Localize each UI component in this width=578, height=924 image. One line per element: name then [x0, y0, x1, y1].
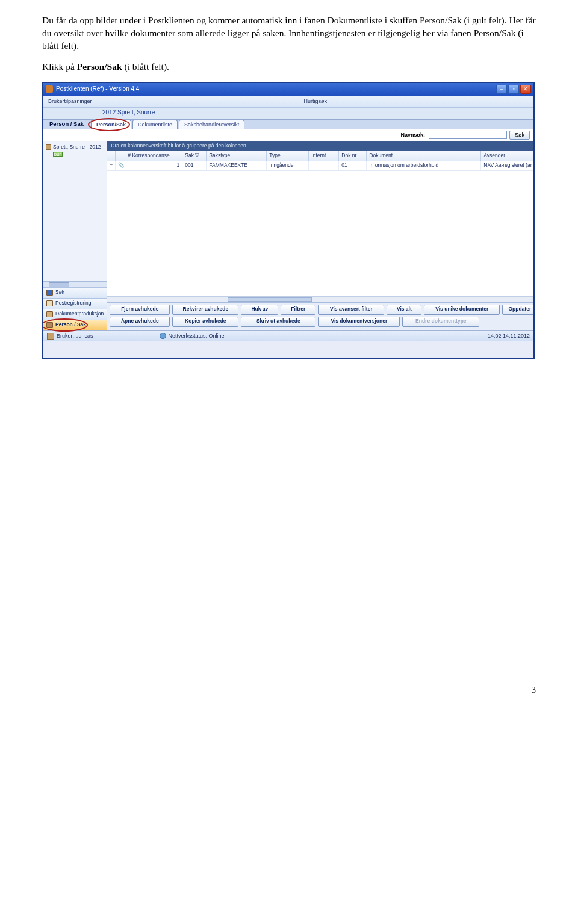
- cell-korrespondanse: 1: [125, 161, 182, 170]
- document-icon: [46, 311, 53, 317]
- case-tree[interactable]: Sprett, Snurre - 2012 DUF: [43, 141, 107, 281]
- brukertilpasninger-menu[interactable]: Brukertilpasninger: [48, 98, 92, 105]
- status-user: Bruker: udi-cas: [57, 332, 93, 340]
- action-button-panel: Fjern avhukede Rekvirer avhukede Huk av …: [107, 302, 535, 330]
- group-hint-bar[interactable]: Dra en kolonneoverskrift hit for å grupp…: [107, 141, 535, 151]
- minimize-button[interactable]: –: [496, 85, 507, 94]
- tab-saksbehandleroversikt-label: Saksbehandleroversikt: [184, 121, 239, 128]
- col-expand[interactable]: [107, 151, 116, 161]
- cell-sak: 001: [182, 161, 207, 170]
- grid-empty-area: [107, 171, 535, 296]
- col-dokument[interactable]: Dokument: [367, 151, 481, 161]
- sok-button[interactable]: Søk: [509, 131, 530, 140]
- close-button[interactable]: ✕: [520, 85, 531, 94]
- tree-tag-node[interactable]: DUF: [53, 152, 104, 157]
- section-tabs-bar: Person / Sak Person/Sak Dokumentliste Sa…: [43, 120, 533, 129]
- para2-tail: (i blått felt).: [122, 61, 169, 72]
- accordion-doc-label: Dokumentproduksjon: [55, 311, 104, 317]
- col-type[interactable]: Type: [267, 151, 309, 161]
- rekvirer-avhukede-button[interactable]: Rekvirer avhukede: [172, 305, 238, 315]
- header-strip: 2012 Sprett, Snurre: [43, 108, 533, 120]
- attachment-icon: 📎: [116, 161, 125, 170]
- apne-avhukede-button[interactable]: Åpne avhukede: [110, 317, 170, 327]
- window-titlebar: Postklienten (Ref) - Version 4.4 – ▫ ✕: [43, 83, 533, 96]
- search-icon: [46, 290, 53, 296]
- cell-internt: [309, 161, 339, 170]
- cell-sakstype: FAMMAKEEKTE: [207, 161, 267, 170]
- tab-dokumentliste-label: Dokumentliste: [138, 121, 172, 128]
- status-network: Nettverksstatus: Online: [160, 332, 225, 340]
- status-network-text: Nettverksstatus: Online: [169, 332, 225, 340]
- accordion-dokumentproduksjon[interactable]: Dokumentproduksjon: [43, 309, 107, 320]
- tree-root-node[interactable]: Sprett, Snurre - 2012: [46, 144, 104, 150]
- col-internt[interactable]: Internt: [309, 151, 339, 161]
- col-avsender[interactable]: Avsender: [481, 151, 532, 161]
- tree-scrollbar[interactable]: [43, 281, 107, 287]
- kopier-avhukede-button[interactable]: Kopier avhukede: [172, 317, 238, 327]
- vis-dokumentversjoner-button[interactable]: Vis dokumentversjoner: [318, 317, 400, 327]
- tab-saksbehandleroversikt[interactable]: Saksbehandleroversikt: [179, 120, 244, 129]
- search-bar: Navnsøk: Søk: [43, 129, 533, 141]
- top-toolbar: Brukertilpasninger Hurtigsøk: [43, 96, 533, 108]
- cell-avsender: NAV Aa-registeret (arbeidsgi: [481, 161, 532, 170]
- col-sakstype[interactable]: Sakstype: [207, 151, 267, 161]
- skriv-ut-avhukede-button[interactable]: Skriv ut avhukede: [241, 317, 315, 327]
- cell-doknr: 01: [339, 161, 367, 170]
- paragraph-1: Du får da opp bildet under i Postkliente…: [42, 14, 536, 52]
- accordion-sok-label: Søk: [55, 289, 64, 296]
- accordion-post-label: Postregistrering: [55, 300, 92, 306]
- scroll-thumb[interactable]: [228, 297, 312, 302]
- case-year-name: 2012 Sprett, Snurre: [102, 108, 155, 117]
- accordion-person-sak[interactable]: Person / Sak: [43, 320, 107, 330]
- grid-header: # Korrespondanse Sak ▽ Sakstype Type Int…: [107, 151, 535, 161]
- col-sak[interactable]: Sak ▽: [182, 151, 207, 161]
- fjern-avhukede-button[interactable]: Fjern avhukede: [110, 305, 170, 315]
- grid-scrollbar[interactable]: [107, 296, 535, 302]
- left-accordion: Søk Postregistrering Dokumentproduksjon …: [43, 287, 107, 330]
- expand-toggle[interactable]: +: [107, 161, 116, 170]
- right-panel: Dra en kolonneoverskrift hit for å grupp…: [107, 141, 535, 330]
- tree-root-label: Sprett, Snurre - 2012: [53, 144, 101, 150]
- network-icon: [160, 333, 166, 339]
- paragraph-2: Klikk på Person/Sak (i blått felt).: [42, 61, 536, 73]
- tab-person-sak-label: Person/Sak: [96, 121, 126, 128]
- duf-tag-icon: DUF: [53, 152, 63, 157]
- person-icon: [46, 144, 51, 150]
- window-title: Postklienten (Ref) - Version 4.4: [56, 85, 139, 93]
- navnsok-label: Navnsøk:: [400, 131, 425, 138]
- status-bar: Bruker: udi-cas Nettverksstatus: Online …: [43, 330, 533, 341]
- app-icon: [46, 85, 53, 93]
- vis-avansert-filter-button[interactable]: Vis avansert filter: [318, 305, 384, 315]
- page-number: 3: [42, 684, 536, 696]
- left-panel: Sprett, Snurre - 2012 DUF Søk Postregist…: [43, 141, 107, 330]
- screenshot-container: Postklienten (Ref) - Version 4.4 – ▫ ✕ B…: [42, 82, 536, 359]
- cell-dokument: Informasjon om arbeidsforhold: [367, 161, 481, 170]
- accordion-postregistrering[interactable]: Postregistrering: [43, 298, 107, 309]
- status-time: 14:02 14.11.2012: [488, 332, 530, 340]
- vis-unike-dokumenter-button[interactable]: Vis unike dokumenter: [424, 305, 500, 315]
- section-title: Person / Sak: [43, 120, 90, 128]
- col-doknr[interactable]: Dok.nr.: [339, 151, 367, 161]
- col-korrespondanse[interactable]: # Korrespondanse: [125, 151, 182, 161]
- huk-av-button[interactable]: Huk av: [241, 305, 278, 315]
- maximize-button[interactable]: ▫: [508, 85, 519, 94]
- para2-lead: Klikk på: [42, 61, 77, 72]
- cell-type: Inngående: [267, 161, 309, 170]
- col-attach[interactable]: [116, 151, 125, 161]
- tab-person-sak[interactable]: Person/Sak: [91, 120, 131, 129]
- navnsok-input[interactable]: [429, 131, 507, 139]
- scroll-thumb[interactable]: [49, 282, 69, 287]
- user-icon: [47, 333, 54, 340]
- tab-dokumentliste[interactable]: Dokumentliste: [132, 120, 178, 129]
- mail-icon: [46, 300, 53, 306]
- oppdater-button[interactable]: Oppdater: [502, 305, 535, 315]
- highlight-oval-icon: [42, 318, 88, 332]
- accordion-sok[interactable]: Søk: [43, 287, 107, 298]
- filtrer-button[interactable]: Filtrer: [281, 305, 315, 315]
- hurtigsok-label[interactable]: Hurtigsøk: [304, 98, 328, 105]
- vis-alt-button[interactable]: Vis alt: [387, 305, 421, 315]
- endre-dokumenttype-button[interactable]: Endre dokumenttype: [402, 317, 479, 327]
- table-row[interactable]: + 📎 1 001 FAMMAKEEKTE Inngående 01 Infor…: [107, 161, 535, 171]
- app-window: Postklienten (Ref) - Version 4.4 – ▫ ✕ B…: [42, 82, 535, 359]
- para2-bold: Person/Sak: [77, 61, 122, 72]
